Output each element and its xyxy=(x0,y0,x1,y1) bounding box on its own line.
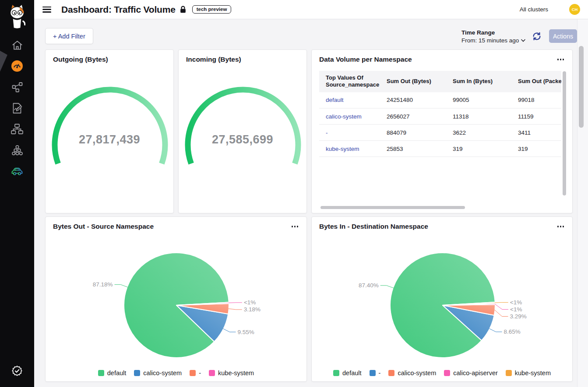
filter-toolbar: + Add Filter Time Range From: 15 minutes… xyxy=(34,19,577,49)
legend-item--[interactable]: - xyxy=(190,370,201,377)
bytes-in-pie-chart: 87.40%8.65%3.29%<1%<1% xyxy=(312,217,573,382)
legend-label: calico-system xyxy=(143,370,182,377)
data-volume-table-card: Data Volume per Namespace Top Values Of … xyxy=(311,49,573,213)
legend-swatch xyxy=(98,370,104,376)
legend-item-calico-apiserver[interactable]: calico-apiserver xyxy=(444,370,498,377)
legend-swatch xyxy=(190,370,196,376)
pie-percent-label: 3.29% xyxy=(510,313,527,320)
legend-swatch xyxy=(444,370,450,376)
bytes-out-pie-chart: 87.18%9.55%3.18%<1% xyxy=(46,217,307,382)
namespace-link[interactable]: kube-system xyxy=(319,141,380,157)
namespace-link[interactable]: calico-system xyxy=(319,108,380,125)
table-cell: 24251480 xyxy=(380,92,446,108)
hamburger-menu-button[interactable] xyxy=(42,7,51,13)
chevron-down-icon xyxy=(521,39,525,42)
legend-swatch xyxy=(388,370,394,376)
legend-swatch xyxy=(134,370,140,376)
sidebar-item-clusters[interactable] xyxy=(11,144,23,156)
table-row: calico-system26560271131811159 xyxy=(319,108,561,125)
legend-label: calico-apiserver xyxy=(453,370,498,377)
pie-legend: default-calico-systemcalico-apiserverkub… xyxy=(312,370,572,377)
table-horizontal-scrollbar[interactable] xyxy=(320,206,465,209)
add-filter-button[interactable]: + Add Filter xyxy=(45,28,93,44)
pie-percent-label: 3.18% xyxy=(244,306,261,313)
sidebar-item-reports[interactable] xyxy=(11,102,23,114)
outgoing-bytes-card: Outgoing (Bytes) 27,817,439 xyxy=(45,49,174,213)
pie-percent-label: <1% xyxy=(510,306,522,313)
legend-item-default[interactable]: default xyxy=(98,370,127,377)
table-cell: 319 xyxy=(511,141,561,157)
home-icon xyxy=(11,39,23,51)
refresh-button[interactable] xyxy=(532,31,542,41)
legend-label: calico-system xyxy=(398,370,436,377)
sidebar-item-compliance[interactable] xyxy=(11,365,23,377)
namespace-link[interactable]: - xyxy=(319,125,380,141)
bytes-in-pie-card: Bytes In - Destination Namespace 87.40%8… xyxy=(311,216,573,382)
pie-percent-label: 87.40% xyxy=(359,282,379,289)
legend-label: default xyxy=(342,370,362,377)
table-cell: 11318 xyxy=(446,108,511,125)
legend-item--[interactable]: - xyxy=(370,370,381,377)
legend-item-calico-system[interactable]: calico-system xyxy=(388,370,436,377)
sidebar-item-service-graph[interactable] xyxy=(11,81,23,93)
namespace-link[interactable]: default xyxy=(319,92,380,108)
table-row: default242514809900599018 xyxy=(319,92,561,108)
legend-label: - xyxy=(199,370,201,377)
pie-percent-label: <1% xyxy=(510,299,522,306)
cluster-selector[interactable]: All clusters xyxy=(520,6,548,13)
page-scrollbar-track xyxy=(577,19,588,387)
legend-item-default[interactable]: default xyxy=(333,370,362,377)
bytes-out-pie-card: Bytes Out - Source Namespace 87.18%9.55%… xyxy=(45,216,307,382)
service-graph-icon xyxy=(11,81,23,93)
card-menu-button[interactable] xyxy=(556,57,566,62)
table-row: -88407936223411 xyxy=(319,125,561,141)
table-cell: 11159 xyxy=(511,108,561,125)
avatar[interactable]: CH xyxy=(569,4,580,15)
sidebar-item-vroom[interactable] xyxy=(11,164,23,177)
lock-icon xyxy=(180,6,186,13)
gauge-value: 27,817,439 xyxy=(46,133,173,146)
card-title: Data Volume per Namespace xyxy=(319,56,412,63)
table-cell: 319 xyxy=(446,141,511,157)
legend-swatch xyxy=(506,370,512,376)
pie-legend: defaultcalico-system-kube-system xyxy=(46,370,306,377)
page-scrollbar[interactable] xyxy=(579,46,584,128)
legend-item-calico-system[interactable]: calico-system xyxy=(134,370,182,377)
incoming-gauge-chart xyxy=(179,50,307,214)
pie-percent-label: <1% xyxy=(244,299,256,306)
time-range-selector[interactable]: Time Range From: 15 minutes ago xyxy=(461,29,525,44)
legend-label: kube-system xyxy=(218,370,254,377)
legend-item-kube-system[interactable]: kube-system xyxy=(209,370,254,377)
sidebar-item-dashboards[interactable] xyxy=(11,60,23,72)
table-column-header: Sum In (Bytes) xyxy=(446,71,511,92)
sidebar-item-home[interactable] xyxy=(11,39,23,51)
verified-badge-icon xyxy=(11,365,23,377)
pie-percent-label: 87.18% xyxy=(93,281,113,288)
calico-cat-logo[interactable] xyxy=(7,3,28,31)
table-cell: 99018 xyxy=(511,92,561,108)
top-header: Dashboard: Traffic Volume tech preview A… xyxy=(34,0,588,19)
legend-label: - xyxy=(379,370,381,377)
pie-percent-label: 8.65% xyxy=(504,328,521,335)
table-cell: 99005 xyxy=(446,92,511,108)
table-vertical-scrollbar[interactable] xyxy=(563,71,566,195)
sidebar-item-network-topology[interactable] xyxy=(11,123,23,135)
report-icon xyxy=(11,102,23,114)
namespace-table-wrapper: Top Values Of Source_namespaceSum Out (B… xyxy=(319,71,566,202)
actions-button[interactable]: Actions xyxy=(549,29,577,43)
table-horizontal-scrollbar-track xyxy=(319,206,566,209)
table-column-header: Sum Out (Bytes) xyxy=(380,71,446,92)
table-column-header: Sum Out (Packets) xyxy=(511,71,561,92)
table-cell: 3411 xyxy=(511,125,561,141)
table-cell: 2656027 xyxy=(380,108,446,125)
table-cell: 3622 xyxy=(446,125,511,141)
sidebar xyxy=(0,0,34,387)
network-sitemap-icon xyxy=(11,123,23,135)
outgoing-gauge-chart xyxy=(46,50,174,214)
app-root: Dashboard: Traffic Volume tech preview A… xyxy=(0,0,588,387)
legend-item-kube-system[interactable]: kube-system xyxy=(506,370,551,377)
page-title: Dashboard: Traffic Volume xyxy=(61,4,176,15)
legend-label: default xyxy=(107,370,127,377)
table-row: kube-system25853319319 xyxy=(319,141,561,157)
table-cell: 884079 xyxy=(380,125,446,141)
